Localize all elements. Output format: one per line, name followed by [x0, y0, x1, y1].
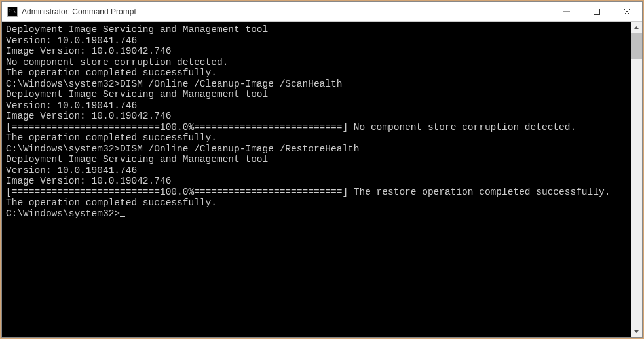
console-line: C:\Windows\system32>DISM /Online /Cleanu…	[6, 144, 631, 155]
console-line: The operation completed successfully.	[6, 68, 631, 79]
vertical-scrollbar[interactable]	[631, 22, 642, 337]
console-line: Image Version: 10.0.19042.746	[6, 111, 631, 122]
console-line: [==========================100.0%=======…	[6, 122, 631, 133]
console-line: [==========================100.0%=======…	[6, 187, 631, 198]
console-line: The operation completed successfully.	[6, 197, 631, 209]
maximize-button[interactable]	[582, 2, 612, 22]
cmd-icon: C:\	[7, 7, 18, 17]
console-line: C:\Windows\system32>DISM /Online /Cleanu…	[6, 79, 631, 90]
scroll-down-button[interactable]	[631, 326, 642, 337]
svg-marker-7	[634, 26, 639, 29]
svg-text:C:\: C:\	[9, 9, 16, 13]
console-line: No component store corruption detected.	[6, 57, 631, 68]
console-line: C:\Windows\system32>	[6, 209, 631, 220]
console-line: Deployment Image Servicing and Managemen…	[6, 24, 631, 35]
cursor	[120, 216, 125, 217]
scroll-up-button[interactable]	[631, 22, 642, 33]
svg-marker-8	[634, 330, 639, 333]
scroll-thumb[interactable]	[631, 33, 642, 59]
minimize-button[interactable]	[552, 2, 582, 22]
svg-rect-4	[594, 9, 600, 15]
console-line: The operation completed successfully.	[6, 132, 631, 144]
console-line: Deployment Image Servicing and Managemen…	[6, 89, 631, 100]
console-line: Deployment Image Servicing and Managemen…	[6, 154, 631, 165]
window-title: Administrator: Command Prompt	[22, 7, 552, 16]
console-line: Version: 10.0.19041.746	[6, 100, 631, 111]
console-line: Version: 10.0.19041.746	[6, 35, 631, 47]
titlebar[interactable]: C:\ Administrator: Command Prompt	[2, 2, 642, 22]
console-line: Image Version: 10.0.19042.746	[6, 46, 631, 57]
console-line: Image Version: 10.0.19042.746	[6, 176, 631, 187]
console-output[interactable]: Deployment Image Servicing and Managemen…	[2, 22, 631, 337]
console-area: Deployment Image Servicing and Managemen…	[2, 22, 642, 337]
console-line: Version: 10.0.19041.746	[6, 165, 631, 176]
command-prompt-window: C:\ Administrator: Command Prompt Deploy…	[1, 1, 643, 338]
close-button[interactable]	[612, 2, 642, 22]
window-controls	[552, 2, 642, 21]
